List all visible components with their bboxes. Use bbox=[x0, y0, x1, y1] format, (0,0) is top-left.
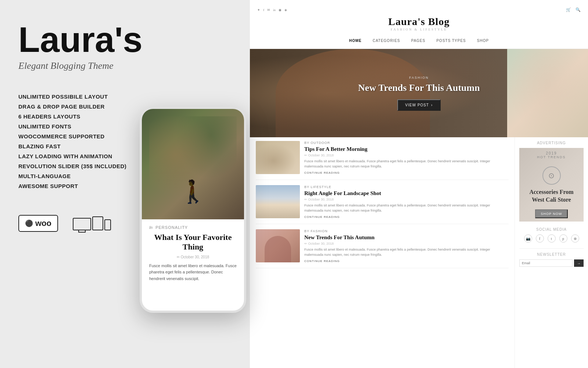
phone-post-body: Fusce mollis sit amet libero et malesuad… bbox=[149, 263, 237, 282]
phone-post-date: ✏ October 30, 2018 bbox=[149, 255, 237, 259]
nav-home[interactable]: HOME bbox=[349, 39, 362, 43]
twitter-top-icon: ✦ bbox=[257, 8, 260, 12]
hero-title: New Trends For This Autumn bbox=[358, 82, 480, 93]
thumbnail-image-fashion bbox=[256, 229, 300, 262]
ad-circle-decoration: ⊙ bbox=[542, 166, 561, 185]
cart-icon[interactable]: 🛒 bbox=[566, 7, 571, 12]
social-icons-top: ✦ f ✉ in ◉ ◈ bbox=[257, 7, 287, 12]
twitter-icon[interactable]: t bbox=[548, 234, 556, 243]
post-excerpt-1: Fusce mollis sit amet libero et malesuad… bbox=[304, 159, 509, 169]
header-actions: 🛒 🔍 bbox=[566, 7, 581, 12]
social-media-label: Social Media bbox=[519, 227, 584, 231]
post-category-1: By OUTDOOR bbox=[304, 141, 509, 145]
mail-top-icon: ✉ bbox=[267, 8, 270, 12]
right-panel: ✦ f ✉ in ◉ ◈ 🛒 🔍 Laura's Blog FASHION & … bbox=[250, 0, 588, 368]
blog-name: Laura's Blog bbox=[250, 16, 588, 28]
newsletter-section: Newsletter → bbox=[519, 248, 584, 267]
newsletter-input-row: → bbox=[519, 259, 584, 267]
brand-title: Laura's bbox=[18, 22, 232, 57]
post-thumbnail-fashion bbox=[256, 229, 300, 262]
nav-shop[interactable]: SHOP bbox=[477, 39, 489, 43]
phone-in-label: In bbox=[149, 225, 153, 230]
phone-content: In PERSONALITY What Is Your Favorite Thi… bbox=[142, 109, 244, 311]
thumbnail-image-outdoor bbox=[256, 141, 300, 174]
ad-year: 2019 bbox=[546, 151, 557, 155]
post-date-2: ✏ October 30, 2018 bbox=[304, 198, 509, 201]
post-date-3: ✏ October 30, 2018 bbox=[304, 242, 509, 245]
woo-icon: ⚫ bbox=[25, 219, 33, 227]
post-category-3: By FASHION bbox=[304, 229, 509, 233]
phone-mockup: In PERSONALITY What Is Your Favorite Thi… bbox=[140, 107, 246, 313]
post-thumbnail-outdoor bbox=[256, 141, 300, 174]
rss-icon[interactable]: ⊛ bbox=[571, 234, 579, 243]
post-date-1: ✏ October 30, 2018 bbox=[304, 153, 509, 157]
social-icons-row: 📷 f t p ⊛ bbox=[519, 234, 584, 243]
hero-view-post-button[interactable]: VIEW POST › bbox=[397, 99, 441, 111]
ad-circle-icon: ⊙ bbox=[548, 171, 555, 180]
hero-overlay: FASHION New Trends For This Autumn VIEW … bbox=[250, 49, 588, 137]
tablet-icon bbox=[92, 216, 103, 230]
post-excerpt-3: Fusce mollis sit amet libero et malesuad… bbox=[304, 247, 509, 257]
post-info-3: By FASHION New Trends For This Autumn ✏ … bbox=[304, 229, 509, 263]
pinterest-top-icon: ◉ bbox=[279, 8, 282, 12]
blog-main: By OUTDOOR Tips For A Better Morning ✏ O… bbox=[250, 137, 588, 368]
blog-nav: HOME CATEGORIES PAGES POSTS TYPES SHOP bbox=[250, 36, 588, 46]
devices-icon bbox=[73, 216, 111, 230]
social-media-section: Social Media 📷 f t p ⊛ bbox=[519, 227, 584, 243]
hero-category: FASHION bbox=[409, 76, 429, 79]
search-icon[interactable]: 🔍 bbox=[576, 7, 581, 12]
phone-category-label: PERSONALITY bbox=[155, 225, 188, 230]
phone-post-content: In PERSONALITY What Is Your Favorite Thi… bbox=[142, 219, 244, 288]
post-category-2: By LIFESTYLE bbox=[304, 185, 509, 189]
ad-text: Accessories From West Cali Store bbox=[519, 188, 584, 204]
phone-category-row: In PERSONALITY bbox=[149, 225, 237, 230]
continue-reading-2[interactable]: CONTINUE READING bbox=[304, 215, 509, 219]
post-title-3: New Trends For This Autumn bbox=[304, 234, 509, 241]
post-item-3: By FASHION New Trends For This Autumn ✏ … bbox=[256, 229, 509, 268]
linkedin-top-icon: in bbox=[273, 8, 276, 12]
facebook-icon[interactable]: f bbox=[536, 234, 544, 243]
instagram-icon[interactable]: 📷 bbox=[524, 234, 532, 243]
nav-pages[interactable]: PAGES bbox=[411, 39, 426, 43]
monitor-icon bbox=[73, 218, 91, 230]
post-thumbnail-landscape bbox=[256, 185, 300, 218]
phone-hero-image bbox=[142, 109, 244, 219]
blog-header: ✦ f ✉ in ◉ ◈ 🛒 🔍 Laura's Blog FASHION & … bbox=[250, 0, 588, 49]
post-excerpt-2: Fusce mollis sit amet libero et malesuad… bbox=[304, 203, 509, 213]
ad-hot: HOT TRENDS bbox=[537, 155, 566, 159]
newsletter-label: Newsletter bbox=[519, 252, 584, 256]
post-title-2: Right Angle For Landscape Shot bbox=[304, 190, 509, 197]
phone-post-title: What Is Your Favorite Thing bbox=[149, 233, 237, 252]
post-item-2: By LIFESTYLE Right Angle For Landscape S… bbox=[256, 185, 509, 224]
nav-categories[interactable]: CATEGORIES bbox=[373, 39, 400, 43]
woo-text: woo bbox=[35, 219, 51, 228]
arrow-right-icon: › bbox=[431, 103, 433, 107]
ad-block: 2019 HOT TRENDS ⊙ Accessories From West … bbox=[519, 148, 584, 222]
blog-top-icons: ✦ f ✉ in ◉ ◈ 🛒 🔍 bbox=[250, 7, 588, 12]
post-item: By OUTDOOR Tips For A Better Morning ✏ O… bbox=[256, 141, 509, 180]
thumbnail-image-landscape bbox=[256, 185, 300, 218]
nav-posts-types[interactable]: POSTS TYPES bbox=[436, 39, 466, 43]
post-title-1: Tips For A Better Morning bbox=[304, 146, 509, 152]
rss-top-icon: ◈ bbox=[284, 8, 287, 12]
brand-subtitle: Elegant Blogging Theme bbox=[18, 60, 232, 71]
phone-device-icon bbox=[104, 219, 111, 230]
feature-item: UNLIMITED POSSIBILE LAYOUT bbox=[18, 93, 232, 100]
facebook-top-icon: f bbox=[263, 8, 264, 12]
advertising-label: Advertising bbox=[519, 141, 584, 145]
newsletter-submit-button[interactable]: → bbox=[574, 259, 584, 267]
continue-reading-1[interactable]: CONTINUE READING bbox=[304, 171, 509, 174]
woo-logo: ⚫ woo bbox=[18, 215, 58, 232]
blog-sidebar: Advertising 2019 HOT TRENDS ⊙ Accessorie… bbox=[514, 137, 588, 368]
pinterest-icon[interactable]: p bbox=[559, 234, 567, 243]
blog-hero: FASHION New Trends For This Autumn VIEW … bbox=[250, 49, 588, 137]
continue-reading-3[interactable]: CONTINUE READING bbox=[304, 259, 509, 263]
post-info-2: By LIFESTYLE Right Angle For Landscape S… bbox=[304, 185, 509, 219]
left-panel: Laura's Elegant Blogging Theme UNLIMITED… bbox=[0, 0, 250, 368]
post-info-1: By OUTDOOR Tips For A Better Morning ✏ O… bbox=[304, 141, 509, 174]
ad-shop-button[interactable]: SHOP NOW bbox=[535, 209, 568, 218]
newsletter-email-input[interactable] bbox=[519, 259, 573, 267]
blog-posts: By OUTDOOR Tips For A Better Morning ✏ O… bbox=[250, 137, 514, 368]
blog-tagline: FASHION & LIFESTYLE bbox=[250, 28, 588, 31]
